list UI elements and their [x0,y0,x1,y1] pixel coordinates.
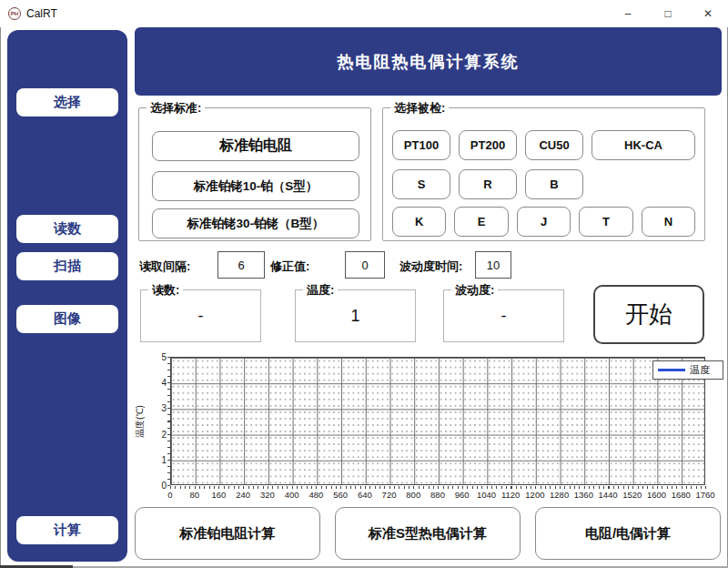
tested-row-2: SRB [392,169,695,199]
legend-line-swatch [658,369,685,371]
page-title: 热电阻热电偶计算系统 [135,27,722,96]
x-tick-label: 0 [167,490,172,500]
tested-type-button[interactable]: N [642,207,695,237]
reading-value: - [141,290,260,341]
tested-type-button[interactable]: B [525,169,583,199]
calculation-button[interactable]: 电阻/电偶计算 [535,507,721,560]
y-tick-label: 5 [161,352,167,362]
app-icon: PH [8,7,21,20]
tested-type-button[interactable]: PT100 [392,130,450,160]
x-tick-label: 240 [236,490,250,500]
calculation-button[interactable]: 标准S型热电偶计算 [335,507,521,560]
x-tick-label: 640 [358,490,372,500]
x-tick-label: 80 [189,490,199,500]
sidebar-item-read[interactable]: 读数 [16,215,118,243]
x-tick-label: 1680 [672,490,691,500]
tested-type-button[interactable]: PT200 [459,130,517,160]
chart-y-ticks: 543210 [155,357,167,485]
x-tick-label: 720 [382,490,397,500]
bottom-buttons: 标准铂电阻计算标准S型热电偶计算电阻/电偶计算 [135,507,721,560]
maximize-icon[interactable]: □ [648,0,688,27]
sidebar-item-calculate[interactable]: 计算 [16,516,118,544]
sidebar: 选择 读数 扫描 图像 计算 [7,30,127,562]
x-tick-label: 1440 [599,490,618,500]
sidebar-item-select[interactable]: 选择 [16,88,118,117]
chart-x-tickmarks [170,486,706,489]
x-tick-label: 1360 [574,490,593,500]
x-tick-label: 560 [333,490,348,500]
x-tick-label: 400 [285,490,299,500]
x-tick-label: 1280 [550,490,569,500]
tested-type-button[interactable]: S [392,169,450,199]
x-tick-label: 160 [212,490,227,500]
fluctuation-time-label: 波动度时间: [399,259,462,275]
temperature-chart: 温度(℃) 543210 080160240320400480560640720… [135,350,722,503]
x-tick-label: 1520 [622,490,642,500]
y-tick-label: 3 [161,403,167,413]
tested-row-1: PT100PT200CU50HK-CA [392,130,695,160]
tested-type-button[interactable]: K [392,207,446,237]
x-tick-label: 1760 [695,490,714,500]
x-tick-label: 1600 [647,490,666,500]
start-button[interactable]: 开始 [593,285,704,344]
standard-panel: 选择标准: 标准铂电阻 标准铂铑10-铂（S型） 标准铂铑30-铂铑（B型） [138,107,371,241]
tested-type-button[interactable]: E [454,207,508,237]
window-controls: – □ ✕ [608,0,728,27]
y-tick-label: 0 [161,481,167,491]
x-tick-label: 1120 [501,490,520,500]
calculation-button[interactable]: 标准铂电阻计算 [135,507,320,560]
chart-y-axis-label: 温度(℃) [134,394,147,449]
tested-type-button[interactable]: HK-CA [592,130,695,160]
temperature-value: 1 [296,290,415,341]
standard-b-type-button[interactable]: 标准铂铑30-铂铑（B型） [152,208,359,238]
standard-s-type-button[interactable]: 标准铂铑10-铂（S型） [152,171,359,201]
read-interval-label: 读取间隔: [139,259,190,275]
reading-box: 读数: - [140,289,261,342]
tested-panel-label: 选择被检: [390,100,449,117]
sidebar-item-scan[interactable]: 扫描 [16,252,118,280]
x-tick-label: 1040 [477,490,496,500]
read-interval-input[interactable] [217,251,265,279]
fluctuation-time-input[interactable] [475,251,511,279]
x-tick-label: 480 [308,490,323,500]
chart-x-ticks: 0801602403204004805606407208008809601040… [170,490,705,501]
tested-type-button[interactable]: T [579,207,632,237]
close-icon[interactable]: ✕ [688,0,728,27]
window-title: CalRT [26,7,57,20]
y-tick-label: 2 [161,429,167,439]
tested-panel: 选择被检: PT100PT200CU50HK-CA SRB KEJTN [382,107,705,241]
chart-plot-area [170,357,705,485]
tested-type-button[interactable]: R [459,169,517,199]
tested-type-button[interactable]: CU50 [525,130,583,160]
correction-input[interactable] [345,251,385,279]
title-bar: PH CalRT – □ ✕ [0,0,728,27]
legend-label: 温度 [690,363,710,377]
y-tick-label: 1 [161,454,167,464]
x-tick-label: 1200 [525,490,544,500]
x-tick-label: 800 [406,490,420,500]
x-tick-label: 320 [260,490,275,500]
correction-label: 修正值: [270,259,309,275]
sidebar-item-image[interactable]: 图像 [16,305,118,333]
chart-legend[interactable]: 温度 [652,360,723,380]
tested-type-button[interactable]: J [517,207,571,237]
x-tick-label: 960 [455,490,470,500]
temperature-box: 温度: 1 [295,289,416,342]
minimize-icon[interactable]: – [608,0,648,27]
app-window: PH CalRT – □ ✕ 选择 读数 扫描 图像 计算 热电阻热电偶计算系统… [0,0,728,568]
y-tick-label: 4 [161,378,167,388]
fluctuation-value: - [444,290,563,341]
tested-row-3: KEJTN [392,207,695,237]
standard-panel-label: 选择标准: [147,100,205,117]
standard-rtd-button[interactable]: 标准铂电阻 [152,131,359,161]
fluctuation-box: 波动度: - [443,289,564,342]
x-tick-label: 880 [430,490,445,500]
